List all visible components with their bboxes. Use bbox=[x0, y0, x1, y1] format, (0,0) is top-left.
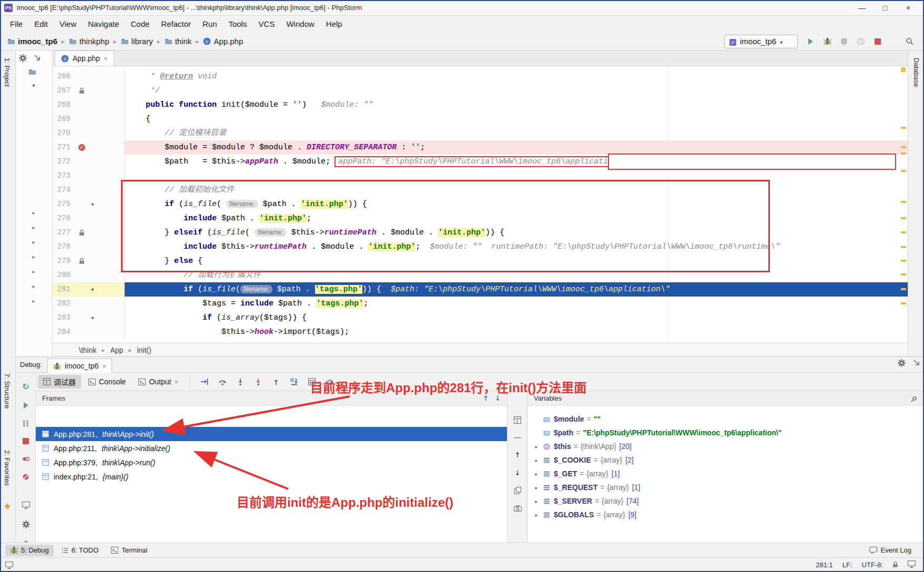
expand-chevron-icon[interactable]: ▸ bbox=[532, 444, 541, 450]
stack-frame-row[interactable]: App.php:379,think\App->run() bbox=[36, 455, 507, 469]
code-line-270[interactable]: 270 // 定位模块目录 bbox=[53, 126, 908, 140]
editor-breadcrumb-item[interactable]: App bbox=[110, 346, 124, 354]
caret-position[interactable]: 281:1 bbox=[816, 561, 833, 569]
step-over-button[interactable] bbox=[215, 375, 230, 389]
menu-item-window[interactable]: Window bbox=[280, 17, 320, 31]
breadcrumb-item-app-php[interactable]: cApp.php bbox=[203, 37, 243, 46]
debug-session-tab[interactable]: imooc_tp6 × bbox=[47, 359, 112, 373]
variable-row[interactable]: ▸$_REQUEST={array}[1] bbox=[527, 481, 923, 494]
code-line-266[interactable]: 266 * @return void bbox=[53, 69, 908, 84]
tool-window-button-database[interactable]: Database bbox=[912, 58, 920, 87]
file-encoding[interactable]: UTF-8: bbox=[862, 561, 883, 569]
expand-chevron-icon[interactable]: ▸ bbox=[532, 471, 541, 477]
view-breakpoints-button[interactable] bbox=[21, 454, 31, 464]
debug-tab-console[interactable]: Console bbox=[83, 375, 131, 389]
editor-breadcrumb-item[interactable]: \think bbox=[79, 346, 96, 354]
rerun-button[interactable]: ↻ bbox=[21, 381, 31, 392]
tree-collapsed-icon[interactable]: ▸ bbox=[29, 252, 38, 261]
code-line-276[interactable]: 276 include $path . 'init.php'; bbox=[53, 211, 908, 226]
expand-chevron-icon[interactable]: ▸ bbox=[532, 512, 541, 518]
editor-tab-app-php[interactable]: c App.php × bbox=[55, 50, 114, 66]
move-up-button[interactable]: ↑ bbox=[513, 450, 522, 459]
code-line-278[interactable]: 278 include $this->runtimePath . $module… bbox=[53, 240, 908, 254]
close-tab-icon[interactable]: × bbox=[104, 54, 108, 63]
remove-watch-button[interactable]: — bbox=[513, 432, 522, 442]
breakpoint-dot[interactable]: ✓ bbox=[78, 144, 85, 151]
copy-value-button[interactable] bbox=[513, 486, 522, 495]
hide-project-icon[interactable] bbox=[34, 54, 40, 61]
code-line-280[interactable]: 280 // 加载行为扩展文件 bbox=[53, 268, 908, 282]
debug-settings-icon[interactable] bbox=[21, 519, 31, 529]
code-line-274[interactable]: 274 // 加载初始化文件 bbox=[53, 183, 908, 197]
menu-item-edit[interactable]: Edit bbox=[28, 17, 54, 31]
code-line-272[interactable]: 272 $path = $this->appPath . $module;app… bbox=[53, 155, 908, 169]
hide-panel-icon[interactable] bbox=[913, 359, 920, 369]
maximize-button[interactable]: □ bbox=[874, 1, 897, 15]
lock-icon[interactable] bbox=[892, 561, 898, 569]
force-step-into-button[interactable] bbox=[250, 375, 266, 389]
tree-collapsed-icon[interactable]: ▸ bbox=[29, 267, 38, 275]
debug-button[interactable] bbox=[820, 35, 835, 48]
code-line-284[interactable]: 284 $this->hook->import($tags); bbox=[53, 325, 908, 339]
mute-breakpoints-button[interactable] bbox=[21, 472, 31, 482]
stop-debug-button[interactable] bbox=[21, 436, 31, 446]
resume-button[interactable] bbox=[21, 400, 31, 411]
variable-row[interactable]: ▸$this={think\App}[20] bbox=[527, 440, 923, 453]
variable-row[interactable]: ▸$_GET={array}[1] bbox=[527, 467, 923, 481]
run-to-cursor-button[interactable] bbox=[286, 375, 302, 389]
variable-row[interactable]: ▸$_SERVER={array}[74] bbox=[527, 494, 923, 508]
tree-collapsed-icon[interactable]: ▸ bbox=[29, 297, 38, 305]
menu-item-help[interactable]: Help bbox=[320, 17, 348, 31]
close-tab-icon[interactable]: × bbox=[174, 377, 178, 386]
debug-tab-output[interactable]: Output× bbox=[133, 375, 184, 389]
project-view-gear-icon[interactable] bbox=[19, 54, 27, 62]
code-line-283[interactable]: 283▾ if (is_array($tags)) { bbox=[53, 311, 908, 325]
menu-item-navigate[interactable]: Navigate bbox=[82, 17, 125, 31]
pause-button[interactable] bbox=[21, 418, 31, 428]
restore-layout-button[interactable] bbox=[21, 500, 31, 510]
stack-frame-row[interactable]: index.php:21,{main}() bbox=[36, 469, 507, 484]
debug-settings-gear-icon[interactable] bbox=[898, 359, 906, 369]
step-into-button[interactable] bbox=[232, 375, 248, 389]
code-line-281[interactable]: 281▾ if (is_file(filename: $path . 'tags… bbox=[53, 282, 908, 297]
close-session-icon[interactable]: × bbox=[103, 362, 107, 370]
menu-item-vcs[interactable]: VCS bbox=[253, 17, 281, 31]
pin-icon[interactable] bbox=[911, 394, 917, 402]
fold-chevron-icon[interactable]: ▾ bbox=[87, 197, 98, 211]
code-editor[interactable]: 266 * @return void267 */268 public funct… bbox=[53, 66, 908, 343]
stack-frame-row[interactable]: App.php:281,think\App->init() bbox=[36, 427, 507, 441]
run-config-select[interactable]: P imooc_tp6 ▾ bbox=[724, 35, 798, 48]
tree-collapsed-icon[interactable]: ▸ bbox=[29, 238, 38, 246]
breadcrumb-item-library[interactable]: library bbox=[121, 37, 153, 46]
code-line-268[interactable]: 268 public function init($module = '') $… bbox=[53, 98, 908, 112]
minimize-button[interactable]: — bbox=[850, 1, 874, 15]
breadcrumb-item-think[interactable]: think bbox=[165, 37, 192, 46]
menu-item-file[interactable]: File bbox=[4, 17, 28, 31]
fold-chevron-icon[interactable]: ▾ bbox=[87, 282, 98, 297]
editor-breadcrumb-item[interactable]: init() bbox=[137, 346, 151, 354]
breakpoint-icon[interactable]: ✓ bbox=[76, 144, 87, 151]
variable-row[interactable]: ▸$GLOBALS={array}[9] bbox=[527, 508, 923, 522]
code-line-269[interactable]: 269 { bbox=[53, 112, 908, 126]
run-with-coverage-button[interactable] bbox=[837, 35, 851, 48]
layout-button[interactable] bbox=[513, 415, 522, 425]
tree-collapsed-icon[interactable]: ▸ bbox=[29, 282, 38, 290]
menu-item-code[interactable]: Code bbox=[125, 17, 155, 31]
tool-window-button-5-debug[interactable]: 5: Debug bbox=[5, 545, 54, 556]
move-down-button[interactable]: ↓ bbox=[513, 468, 522, 477]
breadcrumb-item-imooc_tp6[interactable]: imooc_tp6 bbox=[7, 37, 57, 46]
tool-window-button-favorites[interactable]: 2: Favorites bbox=[3, 450, 11, 486]
variable-row[interactable]: $module="" bbox=[527, 412, 923, 426]
tree-collapsed-icon[interactable]: ▸ bbox=[29, 208, 38, 217]
fold-chevron-icon[interactable]: ▾ bbox=[87, 311, 98, 325]
menu-item-view[interactable]: View bbox=[54, 17, 82, 31]
event-log-button[interactable]: Event Log bbox=[869, 546, 919, 554]
code-line-273[interactable]: 273 bbox=[53, 169, 908, 183]
close-button[interactable]: × bbox=[897, 1, 920, 15]
tree-expanded-icon[interactable]: ▾ bbox=[29, 81, 38, 89]
run-button[interactable] bbox=[803, 35, 818, 48]
profiler-button[interactable] bbox=[854, 35, 868, 48]
code-line-275[interactable]: 275▾ if (is_file( filename: $path . 'ini… bbox=[53, 197, 908, 211]
debug-tab-调试器[interactable]: 调试器 bbox=[38, 375, 81, 389]
tool-window-button-project[interactable]: 1: Project bbox=[3, 58, 11, 87]
